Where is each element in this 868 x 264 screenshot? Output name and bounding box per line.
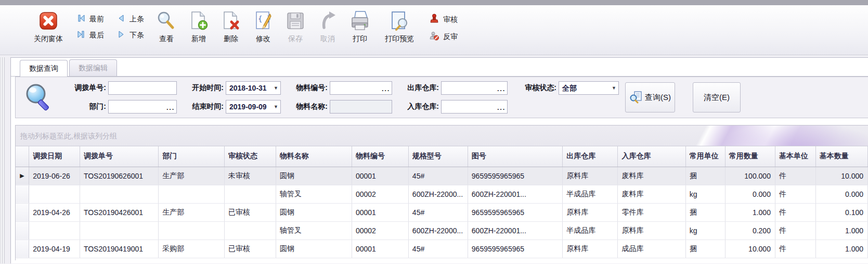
column-header[interactable]: 基本单位 xyxy=(775,146,815,167)
table-cell[interactable]: 件 xyxy=(775,203,815,221)
ellipsis-button[interactable]: ··· xyxy=(382,87,390,94)
column-header[interactable]: 常用数量 xyxy=(725,146,775,167)
audit-button[interactable]: 审核 xyxy=(429,14,458,26)
table-row[interactable]: ▶2019-06-26TOS20190626001生产部未审核圆钢0000145… xyxy=(16,167,868,185)
table-cell[interactable]: kg xyxy=(685,185,725,203)
table-cell[interactable]: 未审核 xyxy=(224,167,276,185)
table-cell[interactable]: 已审核 xyxy=(224,203,276,221)
ellipsis-button[interactable]: ··· xyxy=(497,87,506,94)
column-header[interactable]: 审核状态 xyxy=(224,146,276,167)
table-cell[interactable]: 废料库 xyxy=(618,185,685,203)
table-cell[interactable]: 圆钢 xyxy=(276,167,352,185)
clear-button[interactable]: 清空(E) xyxy=(693,82,741,112)
material-name-input[interactable] xyxy=(330,100,392,114)
table-cell[interactable]: 600ZH-220001... xyxy=(468,221,562,240)
column-header[interactable]: 部门 xyxy=(159,146,224,167)
table-cell[interactable]: 原料库 xyxy=(563,203,618,221)
table-cell[interactable]: 原料库 xyxy=(618,221,685,240)
table-cell[interactable]: 10.000 xyxy=(815,167,867,185)
view-button[interactable]: 查看 xyxy=(154,8,179,44)
table-cell[interactable]: 捆 xyxy=(685,203,725,221)
chevron-down-icon[interactable]: ▼ xyxy=(612,85,616,91)
table-cell[interactable]: 采购部 xyxy=(159,240,224,258)
column-header[interactable]: 物料编号 xyxy=(352,146,408,167)
cancel-button[interactable]: 取消 xyxy=(315,8,340,44)
table-cell[interactable]: 原料库 xyxy=(563,240,618,258)
row-indicator-cell[interactable] xyxy=(16,221,29,240)
end-date-combo[interactable]: 2019-09-09 ▼ xyxy=(226,100,281,114)
table-row[interactable]: 轴管叉00002600ZH-22000...600ZH-220001...半成品… xyxy=(16,185,868,203)
table-cell[interactable]: 45# xyxy=(408,203,468,221)
close-window-button[interactable]: 关闭窗体 xyxy=(34,8,63,44)
column-header[interactable]: 调拨单号 xyxy=(80,146,158,167)
table-cell[interactable]: kg xyxy=(685,221,725,240)
table-cell[interactable]: 2019-04-26 xyxy=(29,203,80,221)
ellipsis-button[interactable]: ··· xyxy=(497,106,506,112)
table-cell[interactable]: 600ZH-220001... xyxy=(468,185,562,203)
transfer-no-input[interactable] xyxy=(108,81,177,95)
table-cell[interactable]: TOS20190426001 xyxy=(80,203,158,221)
dept-input[interactable]: ··· xyxy=(108,100,177,114)
table-cell[interactable]: 00002 xyxy=(352,185,408,203)
table-cell[interactable]: 轴管叉 xyxy=(276,221,352,240)
table-cell[interactable]: 00001 xyxy=(352,203,408,221)
table-cell[interactable]: 原料库 xyxy=(563,167,618,185)
table-cell[interactable]: 9659595965965 xyxy=(468,203,562,221)
table-cell[interactable]: 生产部 xyxy=(159,167,224,185)
table-cell[interactable]: 圆钢 xyxy=(276,203,352,221)
column-header[interactable]: 物料名称 xyxy=(276,146,352,167)
nav-prev-button[interactable]: 上条 xyxy=(116,14,144,24)
table-cell[interactable]: 零件库 xyxy=(618,203,685,221)
unaudit-button[interactable]: 反审 xyxy=(429,31,458,43)
material-no-input[interactable]: ··· xyxy=(330,81,392,95)
table-cell[interactable]: 9659595965965 xyxy=(468,167,562,185)
table-cell[interactable] xyxy=(29,221,80,240)
table-cell[interactable]: 已审核 xyxy=(224,240,276,258)
table-cell[interactable]: 捆 xyxy=(685,167,725,185)
table-cell[interactable]: 半成品库 xyxy=(563,221,618,240)
table-cell[interactable]: 生产部 xyxy=(159,203,224,221)
table-cell[interactable]: 0.200 xyxy=(725,221,775,240)
table-cell[interactable]: 0.000 xyxy=(815,185,867,203)
nav-next-button[interactable]: 下条 xyxy=(116,30,144,41)
edit-button[interactable]: { } 修改 xyxy=(251,8,276,44)
table-cell[interactable]: 件 xyxy=(775,221,815,240)
delete-button[interactable]: 删除 xyxy=(218,8,243,44)
column-header[interactable]: 图号 xyxy=(468,146,562,167)
print-preview-button[interactable]: 打印预览 xyxy=(380,8,419,44)
column-header[interactable]: 出库仓库 xyxy=(563,146,618,167)
save-button[interactable]: 保存 xyxy=(283,8,308,44)
table-cell[interactable]: 0.100 xyxy=(815,203,867,221)
table-cell[interactable]: 半成品库 xyxy=(563,185,618,203)
table-cell[interactable] xyxy=(224,185,276,203)
print-button[interactable]: 打印 xyxy=(347,8,372,44)
row-indicator-cell[interactable]: ▶ xyxy=(16,167,29,185)
table-cell[interactable]: 1.000 xyxy=(725,203,775,221)
table-cell[interactable]: 100.000 xyxy=(725,167,775,185)
row-indicator-cell[interactable] xyxy=(16,185,29,203)
table-cell[interactable]: 0.000 xyxy=(725,185,775,203)
table-cell[interactable] xyxy=(224,221,276,240)
table-cell[interactable]: 件 xyxy=(775,185,815,203)
chevron-down-icon[interactable]: ▼ xyxy=(274,104,278,109)
ellipsis-button[interactable]: ··· xyxy=(166,106,175,112)
column-header[interactable]: 调拨日期 xyxy=(29,146,80,167)
table-cell[interactable]: 1.000 xyxy=(815,221,867,240)
table-row[interactable]: 轴管叉00002600ZH-22000...600ZH-220001...半成品… xyxy=(16,221,868,240)
table-cell[interactable]: 600ZH-22000... xyxy=(408,185,468,203)
row-indicator-cell[interactable] xyxy=(16,203,29,221)
table-row[interactable]: 2019-04-26TOS20190426001生产部已审核圆钢0000145#… xyxy=(16,203,868,221)
table-cell[interactable] xyxy=(80,185,158,203)
table-cell[interactable]: 600ZH-22000... xyxy=(408,221,468,240)
table-cell[interactable]: 废料库 xyxy=(618,167,685,185)
table-cell[interactable]: 45# xyxy=(408,240,468,258)
group-by-band[interactable]: 拖动列标题至此,根据该列分组 xyxy=(16,125,868,146)
table-cell[interactable]: 件 xyxy=(775,240,815,258)
table-cell[interactable]: 捆 xyxy=(685,240,725,258)
column-header[interactable]: 规格型号 xyxy=(408,146,468,167)
table-cell[interactable]: 9659595965965 xyxy=(468,240,562,258)
table-cell[interactable] xyxy=(159,221,224,240)
left-splitter[interactable] xyxy=(0,57,5,263)
table-cell[interactable]: 2019-06-26 xyxy=(29,167,80,185)
tab-data-query[interactable]: 数据查询 xyxy=(20,60,68,77)
